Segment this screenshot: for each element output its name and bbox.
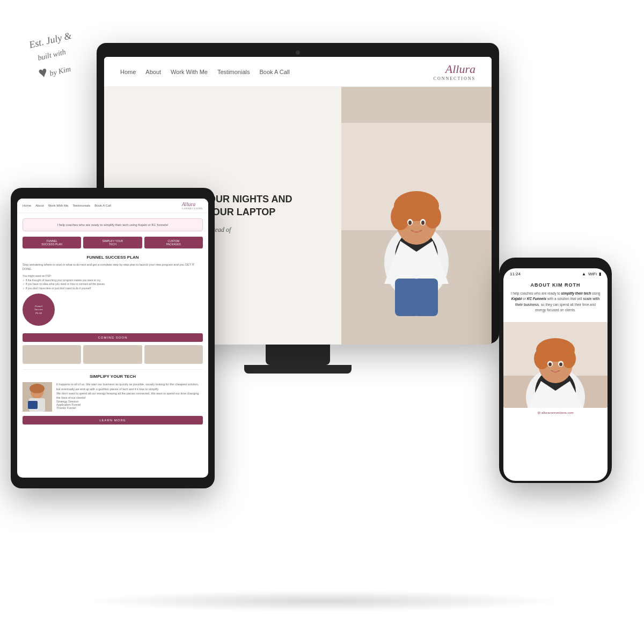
tablet-content: I help coaches who are ready to simplify…: [17, 213, 208, 430]
tablet-thumbnails: [23, 345, 203, 364]
phone-time: 11:24: [510, 272, 521, 276]
monitor-person-svg: [341, 87, 492, 345]
svg-point-32: [562, 349, 576, 368]
phone-footer: @ alluraconnections.com: [503, 408, 608, 418]
tablet-btn-custom[interactable]: CUSTOMPACKAGES: [144, 237, 203, 248]
tablet-section2-title: SIMPLIFY YOUR TECH: [23, 374, 203, 379]
tablet-screen: Home About Work With Me Testimonials Boo…: [17, 199, 208, 478]
phone-battery: ▮: [599, 272, 601, 276]
svg-point-31: [534, 348, 550, 369]
phone-status-bar: 11:24 ▲ WiFi ▮: [503, 268, 608, 278]
svg-point-36: [559, 362, 562, 366]
phone-content: ABOUT KIM ROTH I help coaches who are re…: [503, 278, 608, 322]
tablet-section2-text: It happens to all of us. We start our bu…: [56, 382, 203, 391]
phone-screen: 11:24 ▲ WiFi ▮ ABOUT KIM ROTH I help coa…: [503, 268, 608, 481]
svg-rect-21: [28, 401, 38, 409]
phone-wifi: WiFi: [588, 272, 597, 276]
tablet-device: Home About Work With Me Testimonials Boo…: [11, 188, 215, 488]
monitor-camera: [296, 50, 300, 55]
tablet-divider: [23, 369, 203, 370]
tablet-funnel-row: FunnelSuccessPLAN: [23, 294, 203, 330]
monitor-nav-about[interactable]: About: [145, 69, 161, 75]
tablet-nav-home: Home: [23, 204, 31, 207]
tablet-coming-soon: COMING SOON: [23, 333, 203, 342]
phone-frame: 11:24 ▲ WiFi ▮ ABOUT KIM ROTH I help coa…: [499, 258, 612, 483]
tablet-thumb-3: [144, 345, 203, 364]
monitor-nav-book[interactable]: Book A Call: [259, 69, 289, 75]
svg-point-19: [30, 384, 45, 393]
tablet-funnel-badge: FunnelSuccessPLAN: [23, 294, 55, 326]
monitor-nav-work[interactable]: Work With Me: [171, 69, 208, 75]
tablet-section2-text2: We don't want to spend all our energy ke…: [56, 391, 203, 400]
tablet-frame: Home About Work With Me Testimonials Boo…: [11, 188, 215, 488]
phone-person-image: [503, 322, 608, 408]
phone-notch: [539, 258, 572, 266]
tablet-section1-title: FUNNEL SUCCESS PLAN: [23, 255, 203, 260]
tablet-nav-about: About: [35, 204, 44, 207]
ground-shadow: [80, 590, 564, 612]
phone-status-right: ▲ WiFi ▮: [582, 272, 601, 276]
monitor-hero-image: [341, 87, 492, 345]
tablet-buttons: FUNNELSUCCESS PLAN SIMPLIFY YOURTECH CUS…: [23, 237, 203, 248]
decorative-text: Est. July & built with ♥ by Kim: [30, 31, 77, 80]
tablet-logo: Allura CONNECTIONS: [182, 201, 203, 210]
tablet-section1-text: Stop wondering where to start or what to…: [23, 263, 203, 271]
monitor-base: [244, 365, 352, 374]
tablet-section2-list: Strategy SessionApplication FunnelThanks…: [56, 400, 203, 409]
phone-signal: ▲: [582, 272, 586, 276]
tablet-nav-book: Book A Call: [94, 204, 111, 207]
tablet-btn-funnel[interactable]: FUNNELSUCCESS PLAN: [23, 237, 81, 248]
svg-point-35: [548, 362, 552, 366]
svg-point-15: [408, 221, 412, 225]
phone-person-svg: [503, 322, 608, 408]
main-scene: Est. July & built with ♥ by Kim Home Abo…: [0, 0, 644, 644]
tablet-btn-simplify[interactable]: SIMPLIFY YOURTECH: [83, 237, 142, 248]
monitor-nav-testimonials[interactable]: Testimonials: [217, 69, 250, 75]
tablet-section2-content: It happens to all of us. We start our bu…: [56, 382, 203, 412]
svg-point-11: [391, 203, 410, 230]
svg-point-16: [421, 221, 425, 225]
svg-rect-7: [414, 279, 438, 316]
tablet-intro-box: I help coaches who are ready to simplify…: [23, 218, 203, 231]
monitor-nav-home[interactable]: Home: [120, 69, 136, 75]
tablet-nav-testimonials: Testimonials: [72, 204, 90, 207]
tablet-section2-row: It happens to all of us. We start our bu…: [23, 382, 203, 412]
phone-about-title: ABOUT KIM ROTH: [510, 282, 601, 288]
monitor-nav: Home About Work With Me Testimonials Boo…: [104, 57, 492, 87]
phone-email: @ alluraconnections.com: [537, 411, 573, 414]
svg-point-12: [424, 205, 441, 229]
tablet-nav-work: Work With Me: [48, 204, 69, 207]
tablet-thumb-1: [23, 345, 81, 364]
phone-device: 11:24 ▲ WiFi ▮ ABOUT KIM ROTH I help coa…: [499, 258, 612, 483]
tablet-learn-more[interactable]: LEARN MORE: [23, 416, 203, 425]
tablet-section2-image: [23, 382, 52, 412]
monitor-nav-links: Home About Work With Me Testimonials Boo…: [120, 69, 290, 75]
tablet-nav-links: Home About Work With Me Testimonials Boo…: [23, 204, 111, 207]
phone-about-text: I help coaches who are ready to simplify…: [510, 291, 601, 313]
tablet-nav: Home About Work With Me Testimonials Boo…: [17, 199, 208, 213]
monitor-stand: [266, 343, 330, 365]
tablet-section1-list: You might need an FSP: ✓ If the thought …: [23, 274, 203, 290]
tablet-thumb-2: [83, 345, 142, 364]
monitor-logo: Allura CONNECTIONS: [434, 62, 475, 81]
